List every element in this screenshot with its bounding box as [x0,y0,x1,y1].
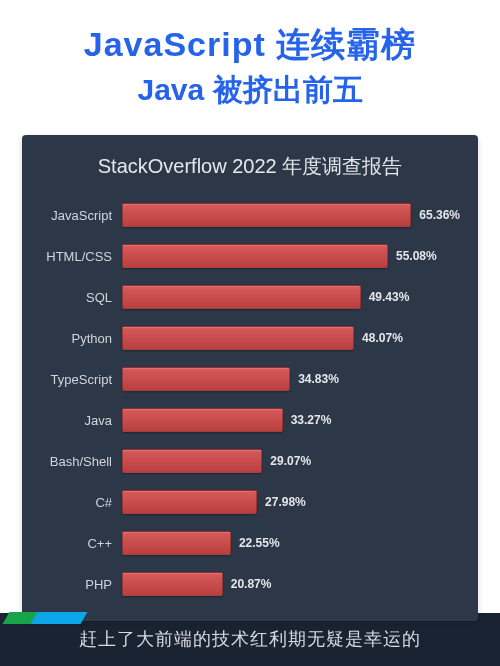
chart-rows: JavaScript65.36%HTML/CSS55.08%SQL49.43%P… [40,200,460,599]
bar-value: 20.87% [231,577,272,591]
bar-value: 49.43% [369,290,410,304]
chart-panel: StackOverflow 2022 年度调查报告 JavaScript65.3… [22,135,478,621]
chart-row: Java33.27% [40,405,460,435]
bar-label: Bash/Shell [40,454,122,469]
bar [122,244,388,268]
bar [122,367,290,391]
bar [122,285,361,309]
bar [122,531,231,555]
bar-label: HTML/CSS [40,249,122,264]
bar-value: 34.83% [298,372,339,386]
bar-label: Python [40,331,122,346]
chart-row: Python48.07% [40,323,460,353]
bar [122,490,257,514]
bar-track: 55.08% [122,244,460,268]
chart-row: PHP20.87% [40,569,460,599]
bar-track: 65.36% [122,203,460,227]
bar-label: SQL [40,290,122,305]
chart-row: C++22.55% [40,528,460,558]
bar-value: 27.98% [265,495,306,509]
bar-track: 20.87% [122,572,460,596]
bar-label: C++ [40,536,122,551]
chart-title: StackOverflow 2022 年度调查报告 [40,153,460,180]
bar-track: 22.55% [122,531,460,555]
chart-row: JavaScript65.36% [40,200,460,230]
bar [122,572,223,596]
bar [122,326,354,350]
chart-row: SQL49.43% [40,282,460,312]
chart-row: HTML/CSS55.08% [40,241,460,271]
caption-bar: 赶上了大前端的技术红利期无疑是幸运的 [0,612,500,666]
bar-label: PHP [40,577,122,592]
chart-row: TypeScript34.83% [40,364,460,394]
caption-text: 赶上了大前端的技术红利期无疑是幸运的 [79,627,421,651]
chart-row: C#27.98% [40,487,460,517]
headline-line2: Java 被挤出前五 [10,70,490,111]
bar-track: 29.07% [122,449,460,473]
bar-value: 55.08% [396,249,437,263]
header: JavaScript 连续霸榜 Java 被挤出前五 [0,0,500,125]
bar-label: TypeScript [40,372,122,387]
bar-track: 33.27% [122,408,460,432]
bar-label: C# [40,495,122,510]
bar [122,449,262,473]
bar-label: JavaScript [40,208,122,223]
bar-track: 48.07% [122,326,460,350]
bar-value: 65.36% [419,208,460,222]
bar-track: 49.43% [122,285,460,309]
bar-value: 29.07% [270,454,311,468]
bar-label: Java [40,413,122,428]
chart-row: Bash/Shell29.07% [40,446,460,476]
bar-track: 27.98% [122,490,460,514]
bar-track: 34.83% [122,367,460,391]
bar [122,408,283,432]
bar [122,203,411,227]
bar-value: 22.55% [239,536,280,550]
bar-value: 33.27% [291,413,332,427]
bar-value: 48.07% [362,331,403,345]
headline-line1: JavaScript 连续霸榜 [10,22,490,68]
